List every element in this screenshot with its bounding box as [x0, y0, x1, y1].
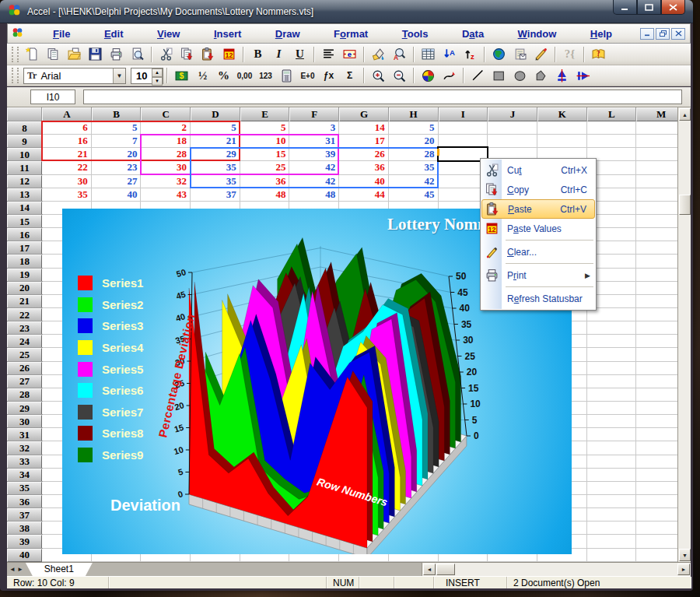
column-header-B[interactable]: B [92, 107, 142, 121]
scroll-right-button[interactable]: ► [677, 564, 690, 575]
row-header-33[interactable]: 33 [7, 455, 42, 469]
cell-L9[interactable] [587, 135, 637, 148]
cell-A10[interactable]: 21 [42, 148, 92, 161]
report-button[interactable] [510, 45, 530, 64]
row-header-38[interactable]: 38 [7, 521, 42, 535]
context-menu-refresh-statusbar[interactable]: Refresh Statusbar [481, 289, 595, 308]
row-header-37[interactable]: 37 [7, 508, 42, 521]
formula-input[interactable] [83, 90, 682, 104]
sort-ascending-button[interactable]: A [439, 45, 459, 64]
context-menu-paste[interactable]: PasteCtrl+V [481, 199, 595, 219]
currency-button[interactable]: $ [172, 66, 191, 85]
cell-F10[interactable]: 39 [289, 148, 339, 161]
percent-button[interactable]: % [214, 66, 233, 85]
row-header-12[interactable]: 12 [7, 175, 42, 188]
open-folder-button[interactable] [65, 45, 84, 64]
row-header-9[interactable]: 9 [7, 135, 42, 148]
bold-button[interactable]: B [248, 45, 268, 64]
column-header-K[interactable]: K [537, 107, 587, 121]
cell-D9[interactable]: 21 [191, 135, 240, 148]
row-header-31[interactable]: 31 [7, 428, 42, 441]
cell-F13[interactable]: 48 [289, 188, 339, 202]
cell-B8[interactable]: 5 [92, 121, 142, 135]
menu-draw[interactable]: Draw [271, 26, 305, 41]
tab-scroll-right-icon[interactable]: ► [17, 566, 23, 573]
italic-button[interactable]: I [269, 45, 289, 64]
cell-L24[interactable] [587, 335, 637, 348]
cell-B11[interactable]: 23 [92, 161, 142, 174]
row-header-16[interactable]: 16 [7, 228, 42, 241]
paste-button[interactable] [198, 45, 218, 64]
cell-H9[interactable]: 20 [389, 135, 439, 148]
cell-E11[interactable]: 25 [240, 161, 290, 174]
mdi-restore-button[interactable] [656, 28, 670, 40]
menu-edit[interactable]: Edit [100, 26, 128, 41]
ellipse-shape-button[interactable] [510, 66, 530, 85]
row-header-19[interactable]: 19 [7, 269, 42, 282]
braces-button[interactable]: ?{ [560, 45, 579, 64]
spinner-arrows[interactable]: ▲▼ [152, 68, 163, 83]
exponent-button[interactable]: E+0 [298, 66, 317, 85]
mdi-close-button[interactable] [671, 28, 685, 40]
flip-horizontal-button[interactable] [573, 66, 593, 85]
chevron-down-icon[interactable]: ▼ [113, 68, 125, 83]
cell-I9[interactable] [439, 135, 488, 148]
cell-L34[interactable] [587, 469, 637, 482]
cell-E10[interactable]: 15 [240, 148, 290, 161]
scroll-down-button[interactable]: ▼ [679, 549, 691, 561]
cell-L29[interactable] [587, 402, 637, 415]
row-header-14[interactable]: 14 [7, 202, 42, 215]
row-header-13[interactable]: 13 [7, 188, 42, 202]
toolbar-grip[interactable] [12, 47, 19, 62]
sum-button[interactable]: Σ [340, 66, 359, 85]
cell-H8[interactable]: 5 [389, 121, 439, 135]
draw-curve-button[interactable] [439, 66, 459, 85]
column-header-G[interactable]: G [339, 107, 389, 121]
column-header-A[interactable]: A [42, 107, 92, 121]
column-header-E[interactable]: E [240, 107, 290, 121]
cell-L40[interactable] [587, 549, 637, 562]
cell-A9[interactable]: 16 [42, 135, 92, 148]
wizard-pen-button[interactable] [531, 45, 551, 64]
context-menu-print[interactable]: Print▶ [481, 265, 595, 285]
row-header-15[interactable]: 15 [7, 215, 42, 228]
cell-F11[interactable]: 42 [289, 161, 339, 174]
cell-reference-box[interactable]: I10 [30, 90, 75, 104]
cell-D11[interactable]: 35 [191, 161, 240, 174]
cell-C8[interactable]: 2 [141, 121, 191, 135]
cell-F8[interactable]: 3 [289, 121, 339, 135]
cell-C10[interactable]: 28 [141, 148, 191, 161]
horizontal-scrollbar[interactable]: ◄ ► [422, 563, 691, 576]
globe-button[interactable] [489, 45, 509, 64]
cell-H11[interactable]: 35 [389, 161, 439, 174]
column-header-I[interactable]: I [439, 107, 488, 121]
cell-H12[interactable]: 42 [389, 175, 439, 188]
vertical-scrollbar[interactable]: ▲ ▼ [677, 107, 691, 562]
context-menu-clear[interactable]: Clear... [481, 242, 595, 262]
cell-L35[interactable] [587, 482, 637, 495]
vertical-scroll-thumb[interactable] [679, 195, 691, 215]
row-header-39[interactable]: 39 [7, 535, 42, 548]
menu-help[interactable]: Help [586, 26, 617, 41]
calculator-button[interactable] [277, 66, 296, 85]
cell-J8[interactable] [488, 121, 537, 135]
row-header-11[interactable]: 11 [7, 161, 42, 174]
cell-L36[interactable] [587, 495, 637, 508]
mdi-minimize-button[interactable] [640, 28, 654, 40]
cell-F9[interactable]: 31 [289, 135, 339, 148]
minimize-button[interactable] [613, 0, 637, 15]
horizontal-scroll-thumb[interactable] [436, 564, 455, 575]
cell-L26[interactable] [587, 362, 637, 375]
column-header-F[interactable]: F [289, 107, 339, 121]
cell-A12[interactable]: 30 [42, 175, 92, 188]
toolbar-grip[interactable] [12, 68, 19, 83]
spin-up-icon[interactable]: ▲ [152, 68, 163, 77]
cell-L32[interactable] [587, 441, 637, 455]
row-header-17[interactable]: 17 [7, 241, 42, 255]
copy-button[interactable] [177, 45, 197, 64]
decimal-button[interactable]: 0,00 [235, 66, 254, 85]
row-header-21[interactable]: 21 [7, 295, 42, 308]
cell-L28[interactable] [587, 388, 637, 402]
menu-format[interactable]: Format [329, 26, 373, 41]
cell-C13[interactable]: 43 [141, 188, 191, 202]
